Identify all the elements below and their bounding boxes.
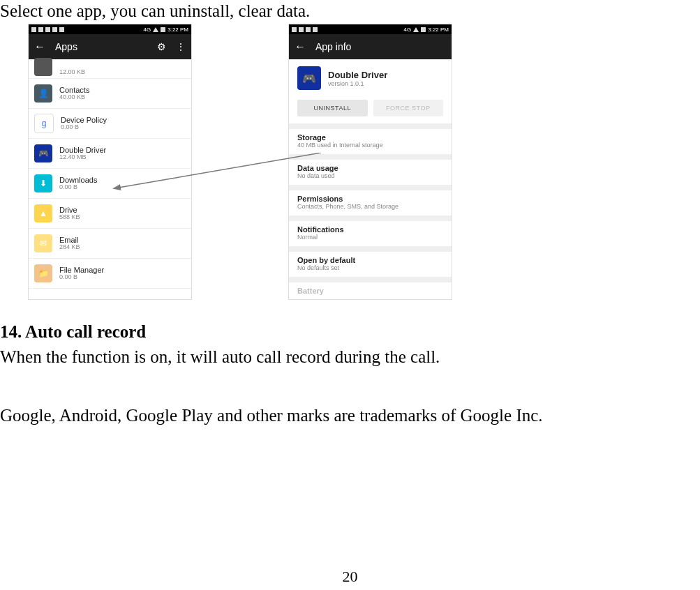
status-icon (313, 27, 318, 32)
app-icon: ▲ (34, 204, 52, 222)
clock-label: 3:22 PM (167, 27, 188, 33)
section-title: Permissions (297, 195, 443, 203)
force-stop-button[interactable]: FORCE STOP (373, 100, 444, 116)
app-icon (34, 58, 52, 76)
status-icon (59, 27, 64, 32)
clock-label: 3:22 PM (428, 27, 449, 33)
app-icon: 📁 (34, 264, 52, 282)
back-icon[interactable]: ← (295, 41, 306, 52)
status-icon (38, 27, 43, 32)
app-icon: 🎮 (297, 66, 321, 90)
section-title: Storage (297, 133, 443, 142)
app-row[interactable]: ⬇Downloads0.00 B (29, 169, 191, 199)
gear-icon[interactable]: ⚙ (157, 41, 166, 52)
signal-icon (413, 27, 419, 32)
info-section[interactable]: Storage40 MB used in Internal storage (289, 129, 452, 154)
section-subtitle: 40 MB used in Internal storage (297, 142, 443, 149)
app-icon: ✉ (34, 234, 52, 252)
section-title: Notifications (297, 225, 443, 234)
screen-title: Apps (55, 41, 147, 52)
info-section[interactable]: Open by defaultNo defaults set (289, 246, 452, 277)
status-icon (299, 27, 304, 32)
network-label: 4G (404, 27, 412, 33)
app-row[interactable]: 12.00 KB (29, 59, 191, 79)
action-bar: ← App info (289, 34, 452, 59)
section-heading: 14. Auto call record (0, 322, 700, 342)
app-row[interactable]: 📁File Manager0.00 B (29, 259, 191, 289)
page-number: 20 (0, 568, 700, 586)
back-icon[interactable]: ← (34, 41, 45, 52)
signal-icon (153, 27, 158, 32)
app-row[interactable]: ▲Drive588 KB (29, 199, 191, 229)
status-bar: 4G 3:22 PM (289, 24, 452, 34)
app-version: version 1.0.1 (328, 80, 387, 87)
app-row[interactable]: 👤Contacts40.00 KB (29, 79, 191, 109)
app-size: 284 KB (59, 244, 80, 251)
section-subtitle: Normal (297, 234, 443, 241)
app-size: 588 KB (59, 214, 80, 221)
app-size: 0.00 B (59, 184, 97, 191)
app-icon: ⬇ (34, 174, 52, 192)
phone-app-info: 4G 3:22 PM ← App info 🎮 Double Driver ve… (288, 24, 452, 300)
uninstall-button[interactable]: UNINSTALL (297, 100, 368, 116)
app-row[interactable]: gDevice Policy0.00 B (29, 109, 191, 139)
section-subtitle: Contacts, Phone, SMS, and Storage (297, 203, 443, 210)
screen-title: App info (315, 41, 446, 52)
status-icon (306, 27, 311, 32)
section-title: Battery (297, 287, 443, 295)
body-paragraph: When the function is on, it will auto ca… (0, 347, 700, 367)
section-title: Open by default (297, 256, 443, 264)
button-row: UNINSTALL FORCE STOP (289, 97, 452, 123)
intro-text: Select one app, you can uninstall, clear… (0, 1, 700, 21)
app-icon: 👤 (34, 84, 52, 103)
info-section[interactable]: PermissionsContacts, Phone, SMS, and Sto… (289, 185, 452, 215)
network-label: 4G (144, 27, 151, 33)
app-icon: g (34, 114, 54, 133)
action-bar: ← Apps ⚙ ⋮ (29, 34, 191, 59)
status-bar: 4G 3:22 PM (29, 24, 191, 34)
app-size: 40.00 KB (59, 94, 89, 101)
battery-icon (421, 27, 426, 32)
trademark-note: Google, Android, Google Play and other m… (0, 406, 700, 425)
more-icon[interactable]: ⋮ (176, 41, 186, 52)
app-row[interactable]: ✉Email284 KB (29, 229, 191, 259)
status-icon (292, 27, 297, 32)
phone-apps-list: 4G 3:22 PM ← Apps ⚙ ⋮ 12.00 KB👤Contacts4… (28, 24, 192, 300)
info-section[interactable]: Data usageNo data used (289, 154, 452, 185)
app-header: 🎮 Double Driver version 1.0.1 (289, 59, 452, 97)
status-icon (31, 27, 36, 32)
section-subtitle: No data used (297, 172, 443, 179)
status-icon (52, 27, 57, 32)
app-row[interactable]: 🎮Double Driver12.40 MB (29, 139, 191, 169)
app-size: 12.00 KB (59, 69, 85, 76)
app-icon: 🎮 (34, 144, 52, 162)
app-size: 0.00 B (61, 124, 107, 131)
app-name: Double Driver (328, 70, 387, 80)
info-section[interactable]: NotificationsNormal (289, 215, 452, 246)
status-icon (45, 27, 50, 32)
section-subtitle: No defaults set (297, 264, 443, 271)
screenshots-container: 4G 3:22 PM ← Apps ⚙ ⋮ 12.00 KB👤Contacts4… (28, 24, 700, 310)
info-section[interactable]: Battery (289, 277, 452, 300)
app-list: 12.00 KB👤Contacts40.00 KBgDevice Policy0… (29, 59, 191, 289)
app-size: 0.00 B (59, 274, 104, 281)
app-size: 12.40 MB (59, 154, 106, 161)
section-title: Data usage (297, 164, 443, 172)
info-sections: Storage40 MB used in Internal storageDat… (289, 129, 452, 300)
battery-icon (161, 27, 165, 32)
